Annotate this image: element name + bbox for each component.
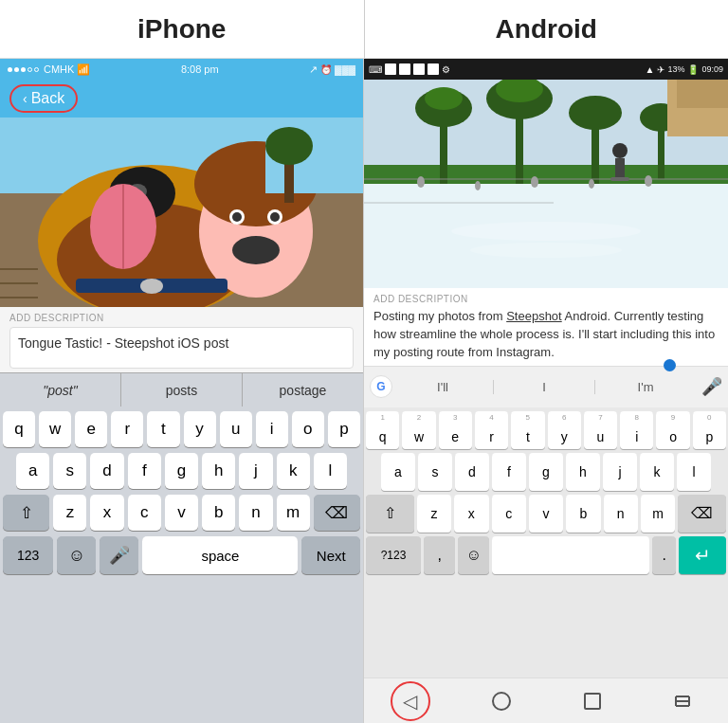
ios-key-d[interactable]: d <box>90 453 123 489</box>
android-nav-home[interactable] <box>482 682 520 720</box>
ios-key-c[interactable]: c <box>128 495 161 531</box>
ios-key-numbers[interactable]: 123 <box>3 536 53 574</box>
ios-key-j[interactable]: j <box>239 453 272 489</box>
back-label: Back <box>31 90 65 107</box>
mic-button[interactable]: 🎤 <box>701 376 722 397</box>
ios-key-mic[interactable]: 🎤 <box>100 536 138 574</box>
iphone-text-input[interactable]: Tongue Tastic! - Steepshot iOS post <box>9 327 354 369</box>
ios-key-emoji[interactable]: ☺ <box>57 536 96 574</box>
suggestion-im[interactable]: I'm <box>601 380 696 394</box>
ios-key-z[interactable]: z <box>53 495 86 531</box>
ios-key-x[interactable]: x <box>90 495 123 531</box>
android-key-z[interactable]: z <box>417 495 451 533</box>
ios-key-b[interactable]: b <box>202 495 235 531</box>
ios-key-i[interactable]: i <box>256 411 288 447</box>
svg-point-19 <box>140 279 163 294</box>
suggestion-i[interactable]: I <box>500 380 595 394</box>
android-key-q[interactable]: 1q <box>366 411 399 449</box>
android-key-y[interactable]: 6y <box>548 411 581 449</box>
ios-key-m[interactable]: m <box>277 495 310 531</box>
text-input-value: Tongue Tastic! - Steepshot iOS post <box>18 335 228 351</box>
android-keyboard: 1q 2w 3e 4r 5t 6y 7u 8i 9o 0p a s d f g … <box>364 407 728 678</box>
android-key-i[interactable]: 8i <box>620 411 653 449</box>
android-key-period[interactable]: . <box>652 536 676 574</box>
ios-key-shift[interactable]: ⇧ <box>3 495 49 531</box>
ios-key-a[interactable]: a <box>16 453 49 489</box>
android-nav-menu[interactable] <box>664 682 701 720</box>
android-key-g[interactable]: g <box>529 453 563 491</box>
ios-key-o[interactable]: o <box>292 411 324 447</box>
android-key-o[interactable]: 9o <box>656 411 689 449</box>
android-key-d[interactable]: d <box>455 453 489 491</box>
iphone-nav-bar: ‹ Back <box>0 80 363 117</box>
android-title: Android <box>496 14 597 45</box>
android-key-v[interactable]: v <box>529 495 563 533</box>
ios-key-h[interactable]: h <box>202 453 235 489</box>
android-key-k[interactable]: k <box>640 453 674 491</box>
ios-key-t[interactable]: t <box>147 411 179 447</box>
android-key-backspace[interactable]: ⌫ <box>678 495 726 533</box>
android-key-numbers[interactable]: ?123 <box>366 536 421 574</box>
android-key-enter[interactable]: ↵ <box>679 536 726 574</box>
svg-rect-44 <box>615 158 625 177</box>
android-key-b[interactable]: b <box>566 495 600 533</box>
android-nav-back[interactable]: ◁ <box>391 681 430 721</box>
ios-key-next[interactable]: Next <box>301 536 360 574</box>
android-key-l[interactable]: l <box>677 453 711 491</box>
ios-key-n[interactable]: n <box>239 495 272 531</box>
ios-key-r[interactable]: r <box>111 411 143 447</box>
android-key-f[interactable]: f <box>492 453 526 491</box>
ios-key-g[interactable]: g <box>165 453 198 489</box>
svg-point-41 <box>589 179 594 189</box>
ios-key-y[interactable]: y <box>184 411 216 447</box>
android-key-t[interactable]: 5t <box>511 411 544 449</box>
ios-key-l[interactable]: l <box>314 453 347 489</box>
suggestion-ill[interactable]: I'll <box>398 380 494 394</box>
wifi-icon: 📶 <box>77 63 90 76</box>
android-key-space[interactable] <box>492 536 649 574</box>
android-key-p[interactable]: 0p <box>693 411 726 449</box>
android-key-u[interactable]: 7u <box>584 411 617 449</box>
android-key-h[interactable]: h <box>566 453 600 491</box>
android-key-s[interactable]: s <box>418 453 452 491</box>
android-key-w[interactable]: 2w <box>402 411 435 449</box>
svg-point-17 <box>265 127 313 165</box>
ios-keyboard-row3: ⇧ z x c v b n m ⌫ <box>3 495 360 531</box>
autocorrect-postage[interactable]: postage <box>243 373 363 407</box>
android-description-text[interactable]: Posting my photos from Steepshot Android… <box>373 308 719 362</box>
ios-key-p[interactable]: p <box>328 411 360 447</box>
autocorrect-posts[interactable]: posts <box>121 373 243 407</box>
ios-key-q[interactable]: q <box>3 411 35 447</box>
android-key-comma[interactable]: , <box>424 536 455 574</box>
android-key-r[interactable]: 4r <box>475 411 508 449</box>
android-key-c[interactable]: c <box>492 495 526 533</box>
ios-key-k[interactable]: k <box>277 453 310 489</box>
ios-key-backspace[interactable]: ⌫ <box>314 495 360 531</box>
ios-key-w[interactable]: w <box>39 411 71 447</box>
back-button[interactable]: ‹ Back <box>9 84 78 113</box>
iphone-time: 8:08 pm <box>181 63 219 75</box>
autocorrect-post-quoted[interactable]: "post" <box>0 373 121 407</box>
android-header: Android <box>365 14 729 45</box>
signal-dots <box>8 67 39 72</box>
ios-keyboard-row1: q w e r t y u i o p <box>3 411 360 447</box>
android-key-emoji[interactable]: ☺ <box>458 536 489 574</box>
android-key-j[interactable]: j <box>603 453 637 491</box>
android-keyboard-row4: ?123 , ☺ . ↵ <box>366 536 726 574</box>
ios-key-u[interactable]: u <box>220 411 252 447</box>
android-key-e[interactable]: 3e <box>439 411 472 449</box>
ios-key-e[interactable]: e <box>75 411 107 447</box>
android-key-a[interactable]: a <box>381 453 415 491</box>
android-key-shift[interactable]: ⇧ <box>366 495 414 533</box>
add-description-label: ADD DESCRIPTION <box>9 313 354 323</box>
android-key-n[interactable]: n <box>604 495 638 533</box>
ios-key-s[interactable]: s <box>53 453 86 489</box>
ios-key-f[interactable]: f <box>128 453 161 489</box>
ios-key-space[interactable]: space <box>142 536 298 574</box>
android-key-m[interactable]: m <box>641 495 675 533</box>
ios-autocorrect-bar: "post" posts postage <box>0 372 363 407</box>
cursor-drop <box>664 359 676 371</box>
ios-key-v[interactable]: v <box>165 495 198 531</box>
android-key-x[interactable]: x <box>454 495 488 533</box>
android-nav-recent[interactable] <box>573 682 611 720</box>
